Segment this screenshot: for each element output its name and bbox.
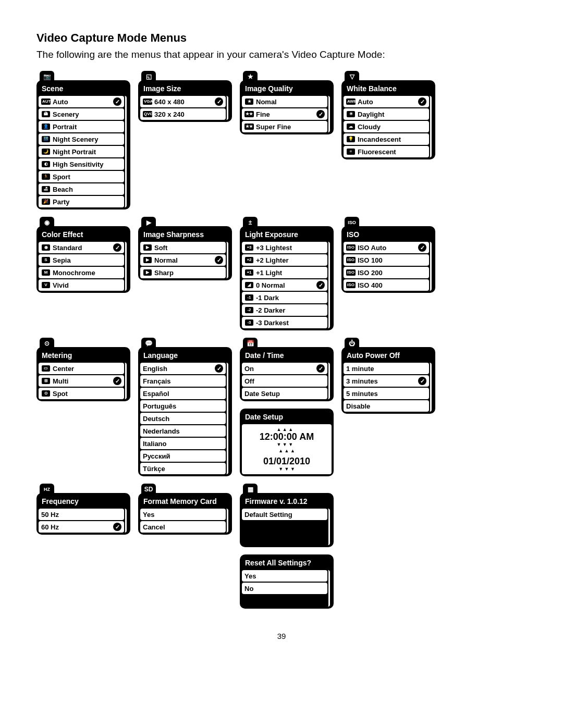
menu-item[interactable]: ISOISO 200 (344, 267, 429, 278)
menu-item[interactable]: MMonochrome (39, 267, 124, 278)
menu-item[interactable]: Português (140, 400, 226, 412)
item-icon: ▶ (143, 256, 152, 264)
menu-item[interactable]: 3 minutes (344, 375, 429, 387)
menu-reset: Reset All Settings?YesNo (240, 554, 334, 609)
item-label: Français (143, 377, 223, 385)
menu-item[interactable]: On (242, 363, 327, 374)
menu-item[interactable]: ◐High Sensitivity (39, 158, 124, 170)
item-label: Disable (346, 402, 426, 410)
menu-item[interactable]: Date Setup (242, 388, 327, 399)
menu-firmware: Firmware v. 1.0.12Default Setting (240, 493, 334, 547)
item-icon: ISO (346, 281, 356, 289)
date-setup-date: 01/01/2010 (244, 456, 329, 467)
item-icon: -3 (244, 319, 254, 326)
item-label: Beach (53, 186, 121, 193)
menu-item[interactable]: ★★Fine (242, 108, 327, 120)
menu-item[interactable]: ≡Fluorescent (344, 146, 429, 157)
menu-item[interactable]: ☁Cloudy (344, 121, 429, 132)
menu-item[interactable]: ◉Standard (39, 242, 124, 253)
menu-scene: SceneAUTOAuto🏔Scenery👤Portrait🌃Night Sce… (36, 80, 130, 209)
menu-item[interactable]: No (242, 583, 327, 594)
menu-item[interactable]: -3-3 Darkest (242, 317, 327, 328)
menu-item[interactable]: +2+2 Lighter (242, 254, 327, 266)
item-icon: ISO (346, 244, 356, 251)
item-icon: 🎉 (41, 198, 51, 205)
item-label: Português (143, 402, 223, 410)
item-label: ISO 200 (358, 269, 426, 277)
menu-item[interactable]: ☀Daylight (344, 108, 429, 120)
menu-item[interactable]: VVivid (39, 279, 124, 291)
menu-title: Frequency (39, 495, 128, 509)
menu-item[interactable]: Nederlands (140, 425, 226, 437)
item-icon: ☀ (346, 110, 356, 118)
menu-item[interactable]: 💡Incandescent (344, 133, 429, 145)
menu-item[interactable]: Italiano (140, 438, 226, 449)
item-icon: ⊙ (41, 390, 51, 397)
menu-item[interactable]: ★Nomal (242, 96, 327, 107)
menu-item[interactable]: ▭Center (39, 363, 124, 374)
item-icon: 🏔 (41, 110, 51, 118)
item-label: 1 minute (346, 365, 426, 373)
menu-item[interactable]: 🏃Sport (39, 171, 124, 182)
menu-item[interactable]: VGA640 x 480 (140, 96, 226, 107)
menu-item[interactable]: 1 minute (344, 363, 429, 374)
item-label: Auto (358, 98, 418, 106)
menu-item[interactable]: Off (242, 375, 327, 387)
menu-item[interactable]: ★★Super Fine (242, 121, 327, 132)
item-icon: 💡 (346, 135, 356, 143)
item-icon: ≡ (346, 148, 356, 155)
menu-item[interactable]: English (140, 363, 226, 374)
menu-item[interactable]: -2-2 Darker (242, 304, 327, 316)
menu-item[interactable]: ▶Sharp (140, 267, 226, 278)
menu-item[interactable]: QVGA320 x 240 (140, 108, 226, 120)
menu-item[interactable]: 5 minutes (344, 388, 429, 399)
menu-title: Image Sharpness (140, 228, 230, 242)
item-label: Fluorescent (358, 148, 426, 156)
menu-item[interactable]: 50 Hz (39, 509, 124, 520)
item-label: +1 Light (256, 269, 325, 277)
menu-item[interactable]: ◢0 Normal (242, 279, 327, 291)
menu-item[interactable]: ⊞Multi (39, 375, 124, 387)
menu-item[interactable]: 🌙Night Portrait (39, 146, 124, 157)
menu-item[interactable]: 👤Portrait (39, 121, 124, 132)
menu-item[interactable]: Default Setting (242, 509, 327, 520)
menu-item[interactable]: ▶Soft (140, 242, 226, 253)
menu-item[interactable]: +3+3 Lightest (242, 242, 327, 253)
menu-item[interactable]: 🌃Night Scenery (39, 133, 124, 145)
menu-title: Metering (39, 349, 128, 363)
item-label: ISO Auto (358, 244, 418, 252)
item-icon: +2 (244, 256, 254, 264)
menu-item[interactable]: Disable (344, 400, 429, 412)
menu-item[interactable]: Español (140, 388, 226, 399)
item-icon: ▶ (143, 269, 152, 276)
menu-item[interactable]: ISOISO 400 (344, 279, 429, 291)
menu-item[interactable]: -1-1 Dark (242, 292, 327, 303)
menu-item[interactable]: Yes (140, 509, 226, 520)
item-icon: ⊞ (41, 377, 51, 385)
item-label: ISO 400 (358, 281, 426, 289)
menu-item[interactable]: Русский (140, 450, 226, 462)
menu-item[interactable]: 🎉Party (39, 196, 124, 207)
date-setup-time: 12:00:00 AM (244, 431, 329, 442)
menu-item[interactable]: Yes (242, 570, 327, 582)
menu-item[interactable]: SSepia (39, 254, 124, 266)
menu-item[interactable]: 60 Hz (39, 521, 124, 533)
item-label: On (244, 365, 316, 373)
menu-item[interactable]: AWBAuto (344, 96, 429, 107)
item-icon: ◐ (41, 161, 51, 168)
menu-item[interactable]: AUTOAuto (39, 96, 124, 107)
date-setup-body[interactable]: ▲ ▲ ▲ 12:00:00 AM ▼ ▼ ▼ ▲ ▲ ▲ 01/01/2010… (242, 424, 332, 474)
menu-item[interactable]: ISOISO 100 (344, 254, 429, 266)
menu-item[interactable]: 🏔Scenery (39, 108, 124, 120)
menu-item[interactable]: 🏖Beach (39, 183, 124, 195)
item-icon: ★★ (244, 123, 254, 130)
menu-item[interactable]: Français (140, 375, 226, 387)
menu-item[interactable]: ⊙Spot (39, 388, 124, 399)
menu-item[interactable]: ▶Normal (140, 254, 226, 266)
item-icon: ★ (244, 98, 254, 105)
menu-item[interactable]: ISOISO Auto (344, 242, 429, 253)
menu-item[interactable]: Deutsch (140, 413, 226, 424)
menu-item[interactable]: Türkçe (140, 463, 226, 474)
menu-item[interactable]: +1+1 Light (242, 267, 327, 278)
menu-item[interactable]: Cancel (140, 521, 226, 533)
